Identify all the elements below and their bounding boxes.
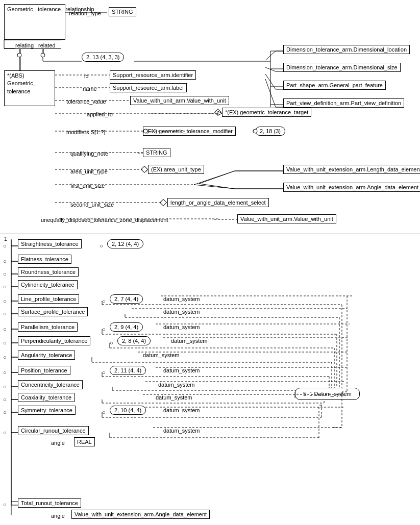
- applied-to-label: applied_to: [87, 111, 113, 117]
- total-runout-tolerance-box: Total_runout_tolerance: [18, 498, 81, 508]
- circular-runout-connector: ○: [3, 430, 7, 436]
- total-runout-angle-type-box: Value_with_unit_extension_arm.Angle_data…: [71, 510, 210, 519]
- angularity-label: Angularity_tolerance: [21, 352, 72, 358]
- tolerance-value-type-box: Value_with_unit_arm.Value_with_unit: [130, 96, 229, 105]
- circular-runout-tolerance-box: Circular_runout_tolerance: [18, 426, 89, 435]
- coaxiality-datum-label: datum_system: [156, 394, 192, 401]
- roundness-tolerance-box: Roundness_tolerance: [18, 267, 79, 277]
- line-profile-circle-right: ○: [102, 298, 106, 304]
- datum-system-oval: 5, 1 Datum_system: [295, 388, 360, 400]
- total-runout-label: Total_runout_tolerance: [21, 500, 78, 506]
- main-class-box: Geometric_ tolerance_ relationship: [4, 4, 65, 40]
- position-tolerance-box: Position_tolerance: [18, 366, 70, 375]
- area-unit-type-label: area_unit_type: [70, 168, 108, 174]
- multiplicity-oval-main: 2, 13 (4, 3, 3): [82, 53, 124, 62]
- parallelism-circle-right: ○: [102, 326, 106, 332]
- circular-runout-datum-label: datum_system: [163, 428, 200, 434]
- second-unit-size-type-box: length_or_angle_data_element_select: [167, 198, 269, 207]
- roundness-connector: ○: [3, 271, 7, 277]
- part-view-box: Part_view_definition_arm.Part_view_defin…: [283, 98, 404, 108]
- line-profile-datum-label: datum_system: [163, 296, 200, 302]
- total-runout-connector: ○: [3, 502, 7, 508]
- circular-runout-angle-type: REAL: [77, 439, 92, 445]
- parallelism-mult: 2, 9 (4, 4): [110, 322, 143, 332]
- svg-line-10: [265, 74, 276, 89]
- symmetry-connector: ○: [3, 409, 7, 415]
- unequally-label: unequally_disposed_tolerance_zone_displa…: [41, 217, 168, 223]
- symmetry-label: Symmetry_tolerance: [21, 407, 72, 413]
- roundness-label: Roundness_tolerance: [21, 269, 76, 275]
- concentricity-datum-label: datum_system: [158, 382, 195, 388]
- straightness-label: Straightness_tolerance: [21, 241, 79, 247]
- total-runout-angle-label: angle: [51, 513, 65, 519]
- unequally-type-box: Value_with_unit_arm.Value_with_unit: [237, 214, 336, 223]
- flatness-tolerance-box: Flatness_tolerance: [18, 255, 71, 264]
- symmetry-mult: 2, 10 (4, 4): [110, 406, 146, 415]
- parallelism-label: Parallelism_tolerance: [21, 324, 75, 330]
- perp-circle-right: ○: [110, 340, 113, 346]
- coaxiality-connector: ○: [3, 396, 7, 403]
- angularity-connector: ○: [3, 354, 7, 360]
- bottom-line: [4, 48, 61, 49]
- dim-size-box: Dimension_tolerance_arm.Dimensional_size: [283, 63, 401, 72]
- perp-connector: ○: [3, 340, 7, 346]
- angle-data-box: Value_with_unit_extension_arm.Angle_data…: [283, 183, 420, 192]
- position-label: Position_tolerance: [21, 367, 67, 373]
- svg-line-6: [265, 51, 276, 60]
- cylindricity-tolerance-box: Cylindricity_tolerance: [18, 280, 78, 289]
- tolerance-list-number: 1: [4, 236, 7, 242]
- modifiers-label: modifiers S[1:?]: [66, 129, 105, 135]
- position-connector: ○: [3, 369, 7, 376]
- line-profile-label: Line_profile_tolerance: [21, 296, 76, 302]
- perp-datum-label: datum_system: [171, 338, 208, 344]
- svg-line-12: [265, 79, 276, 107]
- circular-runout-label: Circular_runout_tolerance: [21, 428, 86, 434]
- name-label: name: [83, 86, 97, 92]
- angularity-datum-label: datum_system: [143, 352, 180, 358]
- modifiers-type-label: (EX) geometric_tolerance_modifier: [146, 128, 233, 134]
- line-profile-connector: ○: [3, 298, 7, 304]
- circular-runout-angle-label: angle: [51, 440, 65, 446]
- symmetry-tolerance-box: Symmetry_tolerance: [18, 406, 76, 415]
- coaxiality-tolerance-box: Coaxiality_tolerance: [18, 393, 75, 402]
- tolerance-value-label: tolerance_value: [66, 98, 106, 105]
- flatness-connector: ○: [3, 258, 7, 264]
- total-runout-angle-type: Value_with_unit_extension_arm.Angle_data…: [75, 511, 207, 517]
- straightness-tolerance-box: Straightness_tolerance: [18, 239, 82, 248]
- length-data-box: Value_with_unit_extension_arm.Length_dat…: [283, 165, 420, 174]
- parallelism-tolerance-box: Parallelism_tolerance: [18, 322, 78, 332]
- area-unit-type-diamond: [141, 166, 148, 173]
- circular-runout-angle-type-box: REAL: [74, 437, 95, 446]
- relating-label: relating: [15, 42, 34, 48]
- modifiers-type-box: (EX) geometric_tolerance_modifier: [143, 127, 236, 136]
- concentricity-label: Concentricity_tolerance: [21, 382, 80, 388]
- flatness-label: Flatness_tolerance: [21, 256, 68, 262]
- part-shape-box: Part_shape_arm.General_part_feature: [283, 81, 386, 90]
- surface-profile-connector: ○: [3, 311, 7, 317]
- svg-line-18: [199, 171, 235, 184]
- area-unit-type-box: (EX) area_unit_type: [148, 165, 204, 174]
- straightness-connector: ○: [3, 243, 7, 249]
- id-label: id: [84, 73, 89, 79]
- abs-label: *(ABS)Geometric_tolerance: [7, 72, 36, 94]
- svg-line-20: [199, 184, 235, 189]
- line-profile-mult: 2, 7 (4, 4): [110, 294, 143, 304]
- svg-point-75: [17, 53, 21, 57]
- second-unit-size-label: second_unit_size: [70, 202, 114, 208]
- cylindricity-label: Cylindricity_tolerance: [21, 282, 75, 288]
- symmetry-circle-right: ○: [102, 409, 106, 415]
- first-unit-size-label: first_unit_size: [70, 183, 105, 189]
- second-unit-size-diamond: [160, 199, 167, 206]
- straightness-mult: 2, 12 (4, 4): [107, 239, 143, 248]
- position-mult: 2, 11 (4, 4): [110, 366, 146, 375]
- divider-line: [4, 40, 61, 40]
- area-unit-type-label2: (EX) area_unit_type: [151, 166, 201, 172]
- perp-mult: 2, 8 (4, 4): [117, 336, 151, 345]
- cylindricity-connector: ○: [3, 284, 7, 290]
- abs-geometric-tolerance-box: *(ABS)Geometric_tolerance: [4, 70, 55, 106]
- symmetry-datum-label: datum_system: [163, 407, 200, 413]
- svg-point-78: [41, 53, 45, 57]
- concentricity-connector: ○: [3, 384, 7, 390]
- position-circle-right: ○: [102, 369, 106, 376]
- name-type-box: Support_resource_arm.label: [110, 83, 187, 92]
